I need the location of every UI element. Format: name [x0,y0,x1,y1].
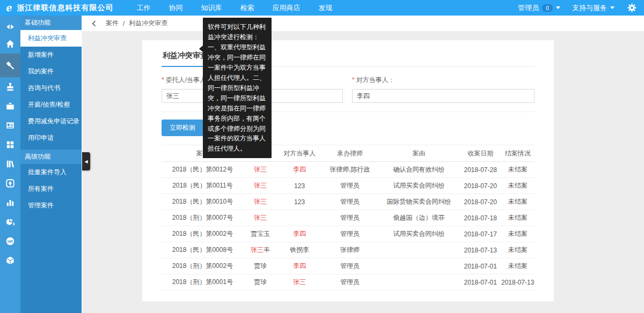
stamp-icon[interactable] [0,77,20,96]
upload-icon[interactable] [0,174,20,193]
lawyer-cell: 管理员 [322,194,378,210]
support-label: 支持与服务 [572,3,607,13]
id-card-icon[interactable] [0,116,20,135]
case-no-cell: 2018（民）第0011号 [162,178,244,194]
status-cell: 未结案 [501,242,535,258]
sidebar-item-basic-5[interactable]: 费用减免申请记录 [20,113,82,130]
cause-cell: 国际货物买卖合同纠纷 [378,194,460,210]
sidebar-item-basic-0[interactable]: 利益冲突审查 [20,30,82,47]
sidebar-item-basic-2[interactable]: 我的案件 [20,63,82,80]
tooltip-text: 软件可对以下几种利益冲突进行检测：一、双重代理型利益冲突，同一律师在同一案件中为… [208,23,266,152]
date-cell: 2018-07-20 [460,178,501,194]
sidebar-item-basic-1[interactable]: 新增案件 [20,47,82,63]
library-icon[interactable] [0,154,20,174]
conflict-name-highlight: 李四 [293,262,306,270]
case-no-cell: 2018（民）第0008号 [162,242,244,258]
table-row: 2018（民）第0002号贾宝玉李四管理员试用买卖合同纠纷2018-07-17未… [162,226,535,242]
lawyer-cell: 管理员 [322,210,378,226]
conflict-name-highlight: 张三 [254,214,267,221]
date-cell: 2018-07-18 [460,210,501,226]
client-cell: 张三 [244,178,277,194]
app-logo[interactable]: e [0,3,11,13]
navbar-item-1[interactable]: 协同 [159,0,192,16]
cause-cell [378,274,460,290]
user-menu[interactable]: 管理员 0 [514,3,565,13]
navbar-item-5[interactable]: 发现 [309,0,341,16]
bar-chart-icon[interactable] [0,193,20,212]
status-cell: 未结案 [501,162,535,178]
date-cell: 2018-07-17 [460,226,501,242]
gavel-icon[interactable] [0,54,20,77]
date-cell: 2018-07-28 [460,162,501,178]
client-cell: 贾宝玉 [244,226,277,242]
navbar-item-4[interactable]: 应用商店 [263,0,309,16]
opponent-input[interactable] [352,89,535,103]
status-cell: 未结案 [501,194,535,210]
opponent-cell: 123 [277,178,321,194]
table-row: 2018（民）第0011号张三123管理员试用买卖合同纠纷2018-07-20未… [162,178,535,194]
date-cell: 2018-07-13 [460,242,501,258]
top-navbar: e 浙江律联信息科技有限公司 工作协同知识库检索应用商店发现 管理员 0 支持与… [0,0,644,16]
sidebar-item-advanced-0[interactable]: 批量案件导入 [20,164,82,181]
client-cell: 张三 [244,210,277,226]
back-chevron-icon[interactable] [91,20,98,27]
breadcrumb-separator: / [123,20,125,27]
lawyer-cell: 管理员 [322,258,378,274]
support-menu[interactable]: 支持与服务 [568,3,619,13]
navbar-item-0[interactable]: 工作 [127,0,159,16]
sidebar-item-advanced-1[interactable]: 所有案件 [20,181,82,197]
table-row: 2018（民）第0010号张三123管理员国际货物买卖合同纠纷2018-07-2… [162,194,535,210]
status-cell: 2018-07-13 [501,274,535,290]
breadcrumb-item-cases[interactable]: 案件 [106,19,119,28]
navbar-item-3[interactable]: 检索 [231,0,263,16]
lawyer-cell: 管理员 [322,226,378,242]
column-header-4: 案由 [378,145,460,162]
column-header-2: 对方当事人 [277,145,321,162]
collapse-arrows-icon[interactable] [0,19,20,34]
sidebar-collapse-handle[interactable]: ◀ [82,152,90,170]
briefcase-icon[interactable] [0,96,20,116]
date-cell: 2018-07-20 [460,194,501,210]
conflict-name-highlight: 张三 [254,198,267,205]
conflict-help-tooltip: 软件可对以下几种利益冲突进行检测：一、双重代理型利益冲突，同一律师在同一案件中为… [203,18,272,158]
settings-gear-icon[interactable] [627,3,636,12]
check-now-button[interactable]: 立即检测 [162,120,203,136]
svg-text:HR: HR [8,239,13,244]
required-asterisk: * [352,76,355,84]
status-cell: 未结案 [501,226,535,242]
case-table-body: 2018（民）第0012号张三李四张律师,陈行政确认合同有效纠纷2018-07-… [162,162,535,290]
required-asterisk: * [162,76,164,84]
sidebar-item-basic-6[interactable]: 用印申请 [20,130,82,146]
sidebar-section-advanced[interactable]: 高级功能 [20,150,82,164]
status-cell: 未结案 [501,210,535,226]
cube-icon[interactable] [0,251,20,270]
column-header-5: 收案日期 [460,145,501,162]
chevron-down-icon [610,6,614,9]
hr-badge-icon[interactable]: HR [0,232,20,251]
navbar-item-2[interactable]: 知识库 [192,0,231,16]
lawyer-cell: 张律师,陈行政 [322,162,378,178]
sidebar-item-basic-3[interactable]: 咨询与代书 [20,80,82,96]
table-row: 2018（民）第0008号张三丰铁拐李张律师2018-07-13未结案 [162,242,535,258]
home-icon[interactable] [0,34,20,54]
navbar-menu: 工作协同知识库检索应用商店发现 [127,0,341,16]
lawyer-cell: 张律师 [322,242,378,258]
user-name: 管理员 [518,3,539,13]
date-cell: 2018-07-01 [460,274,501,290]
conflict-name-highlight: 张三 [251,246,264,254]
sidebar-item-advanced-2[interactable]: 管理案件 [20,197,82,214]
case-no-cell: 2018（刑）第0007号 [162,210,244,226]
case-no-cell: 2018（刑）第0001号 [162,274,244,290]
client-cell: 贾珍 [244,258,277,274]
column-header-6: 结案情况 [501,145,535,162]
pie-chart-icon[interactable] [0,212,20,232]
opponent-cell: 铁拐李 [277,242,321,258]
grid-icon[interactable] [0,135,20,154]
company-name: 浙江律联信息科技有限公司 [17,3,113,13]
client-cell: 贾珍 [244,274,277,290]
sidebar-section-basic[interactable]: 基础功能 [20,16,82,30]
sidebar-item-basic-4[interactable]: 开庭/侦查/检察 [20,96,82,113]
navbar-right: 管理员 0 支持与服务 [514,3,644,13]
table-row: 2018（刑）第0002号贾珍李四管理员2018-07-01未结案 [162,258,535,274]
cause-cell [378,258,460,274]
